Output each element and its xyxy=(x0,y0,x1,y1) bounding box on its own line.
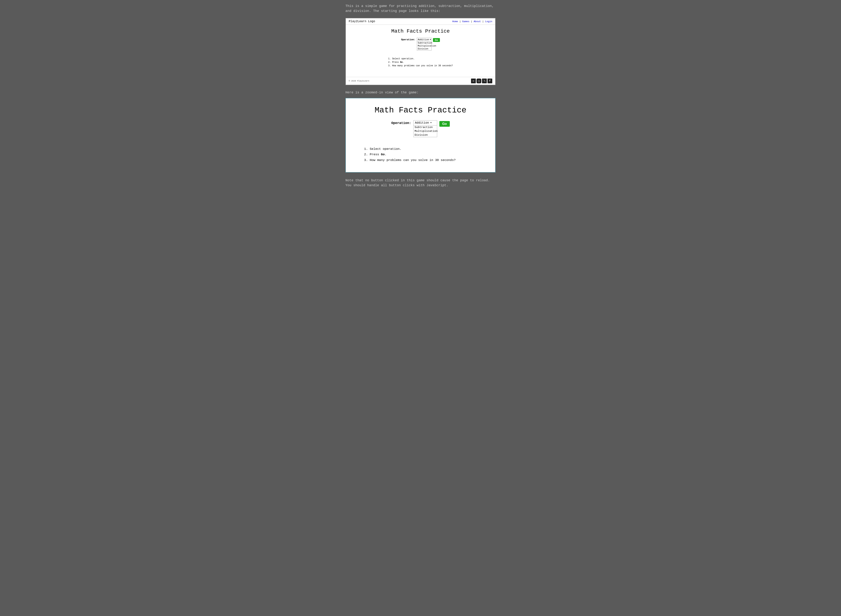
go-button-small[interactable]: Go xyxy=(433,38,440,42)
mockup-operation-label: Operation: xyxy=(401,38,415,41)
instruction-3: 3. How many problems can you solve in 30… xyxy=(388,64,453,67)
large-instruction-3: 3. How many problems can you solve in 30… xyxy=(364,157,456,163)
email-icon[interactable]: ✉ xyxy=(471,79,476,83)
mockup-large-title: Math Facts Practice xyxy=(353,106,488,115)
select-arrow-icon: ▼ xyxy=(430,39,431,41)
mockup-select-value: Addition xyxy=(418,38,429,41)
mockup-small: Play2Learn Logo Home | Games | About | L… xyxy=(346,18,495,85)
footer-icons: ✉ ◯ 𝕏 f xyxy=(471,79,492,83)
mockup-navbar: Play2Learn Logo Home | Games | About | L… xyxy=(346,18,495,25)
zoomed-section-label: Here is a zoomed-in view of the game: xyxy=(346,91,495,94)
facebook-icon[interactable]: f xyxy=(488,79,492,83)
mockup-large-instructions: 1. Select operation. 2. Press Go. 3. How… xyxy=(364,146,456,163)
mockup-large-op-label: Operation: xyxy=(391,121,411,125)
instagram-icon[interactable]: ◯ xyxy=(476,79,481,83)
mockup-large-select-box[interactable]: Addition ▼ xyxy=(413,120,437,125)
intro-text: This is a simple game for practicing add… xyxy=(346,4,495,13)
large-dropdown-division[interactable]: Division xyxy=(413,133,437,137)
page-wrapper: This is a simple game for practicing add… xyxy=(338,0,503,195)
dropdown-division[interactable]: Division xyxy=(417,47,431,50)
nav-home[interactable]: Home xyxy=(452,20,458,23)
mockup-nav-links: Home | Games | About | Login xyxy=(452,20,492,23)
instruction-1: 1. Select operation. xyxy=(388,57,453,61)
mockup-logo: Play2Learn Logo xyxy=(349,20,375,23)
mockup-title: Math Facts Practice xyxy=(353,28,488,34)
mockup-large-dropdown: Subtraction Multiplication Division xyxy=(413,125,437,137)
nav-games[interactable]: Games xyxy=(462,20,469,23)
instruction-2: 2. Press Go. xyxy=(388,61,453,64)
mockup-body: Math Facts Practice Operation: Addition … xyxy=(346,25,495,73)
dropdown-subtraction[interactable]: Subtraction xyxy=(417,41,431,44)
dropdown-multiplication[interactable]: Multiplication xyxy=(417,44,431,47)
mockup-instructions: 1. Select operation. 2. Press Go. 3. How… xyxy=(388,57,453,68)
large-dropdown-subtraction[interactable]: Subtraction xyxy=(413,125,437,129)
mockup-operation-row: Operation: Addition ▼ Subtraction Multip… xyxy=(353,38,488,51)
nav-about[interactable]: About xyxy=(474,20,481,23)
bottom-note: Note that no button clicked in this game… xyxy=(346,178,495,188)
mockup-large: Math Facts Practice Operation: Addition … xyxy=(346,98,495,173)
go-button-large[interactable]: Go xyxy=(440,121,450,127)
mockup-large-select-value: Addition xyxy=(415,121,429,125)
mockup-select-box[interactable]: Addition ▼ xyxy=(417,38,431,41)
mockup-dropdown: Subtraction Multiplication Division xyxy=(417,41,431,51)
mockup-select-wrapper: Addition ▼ Subtraction Multiplication Di… xyxy=(417,38,431,51)
large-instruction-2: 2. Press Go. xyxy=(364,152,456,157)
mockup-large-op-row: Operation: Addition ▼ Subtraction Multip… xyxy=(353,120,488,137)
large-dropdown-multiplication[interactable]: Multiplication xyxy=(413,129,437,133)
mockup-footer: © 2020 Play2Learn ✉ ◯ 𝕏 f xyxy=(346,77,495,85)
nav-login[interactable]: Login xyxy=(485,20,492,23)
twitter-icon[interactable]: 𝕏 xyxy=(482,79,487,83)
large-instruction-1: 1. Select operation. xyxy=(364,146,456,152)
mockup-large-select-wrapper: Addition ▼ Subtraction Multiplication Di… xyxy=(413,120,437,137)
footer-copyright: © 2020 Play2Learn xyxy=(349,80,369,82)
large-select-arrow-icon: ▼ xyxy=(431,122,435,124)
